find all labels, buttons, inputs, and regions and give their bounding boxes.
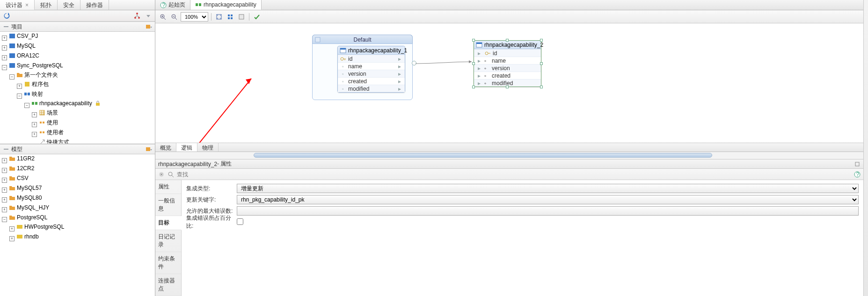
expand-icon[interactable]: + [17, 84, 22, 89]
collapse-icon[interactable]: − [2, 65, 7, 70]
new-project-dropdown-icon[interactable] [146, 23, 152, 30]
resize-handle[interactable] [540, 39, 543, 42]
layout-icon[interactable] [226, 12, 235, 22]
tab-rhnpackagecapability[interactable]: rhnpackagecapability [190, 0, 262, 10]
tree-item-hwpostgresql[interactable]: HWPostgreSQL [15, 223, 65, 231]
tree-item-mysql80[interactable]: MySQL80 [8, 194, 43, 202]
expand-icon[interactable]: + [32, 122, 37, 127]
scrollbar-thumb[interactable] [254, 153, 712, 158]
grid-icon[interactable] [237, 12, 246, 22]
expand-icon[interactable]: + [2, 168, 7, 173]
error-percent-checkbox[interactable] [237, 218, 243, 225]
tree-item-mysql57[interactable]: MySQL57 [8, 184, 43, 192]
fit-icon[interactable] [214, 12, 224, 22]
expand-icon[interactable]: + [2, 45, 7, 51]
tab-security[interactable]: 安全 [58, 0, 80, 10]
tree-item-ora12c[interactable]: ORA12C [8, 52, 40, 59]
expand-icon[interactable]: + [32, 112, 37, 117]
expand-icon[interactable]: + [2, 55, 7, 60]
resize-handle[interactable] [540, 86, 543, 88]
out-port-icon[interactable]: ▸ [396, 78, 403, 85]
entity-row[interactable]: ◦modified▸ [338, 85, 405, 92]
in-port-icon[interactable]: ▸ [476, 50, 482, 57]
side-tab-general[interactable]: 一般信息 [155, 194, 181, 216]
expand-icon[interactable]: + [9, 236, 15, 241]
side-tab-journal[interactable]: 日记记录 [155, 230, 181, 252]
model-tree[interactable]: +11GR2 +12CR2 +CSV +MySQL57 +MySQL80 +My… [0, 154, 155, 243]
entity-row[interactable]: ▸◦created [474, 72, 541, 79]
out-port-icon[interactable]: ▸ [396, 56, 403, 62]
entity-row[interactable]: ◦created▸ [338, 77, 405, 85]
tree-item-rhnpackagecapability[interactable]: rhnpackagecapability [30, 100, 102, 107]
entity-row[interactable]: ▸◦name [474, 57, 541, 64]
minus-icon[interactable] [3, 23, 9, 30]
mapping-canvas[interactable]: Default rhnpackagecapability_1 id▸ ◦name… [155, 23, 863, 143]
minus-icon[interactable] [3, 146, 9, 152]
entity-row[interactable]: id▸ [338, 55, 405, 62]
tree-item-scenarios[interactable]: 场景 [38, 109, 59, 116]
expand-icon[interactable]: + [2, 197, 7, 202]
tab-start-page[interactable]: ?起始页 [155, 0, 190, 10]
tree-item-used-by[interactable]: 使用者 [38, 129, 65, 136]
entity-row[interactable]: ▸id [474, 49, 541, 57]
tab-physical[interactable]: 物理 [197, 143, 219, 152]
in-port-icon[interactable]: ▸ [476, 58, 482, 64]
resize-handle[interactable] [472, 86, 475, 88]
max-errors-input[interactable] [237, 206, 859, 216]
entity-row[interactable]: ◦name▸ [338, 62, 405, 70]
new-model-dropdown-icon[interactable] [146, 146, 152, 152]
tree-item-rhndb[interactable]: rhndb [15, 233, 40, 240]
resize-handle[interactable] [472, 62, 475, 65]
validate-icon[interactable] [252, 12, 262, 22]
properties-search-input[interactable] [177, 171, 851, 178]
tab-topology[interactable]: 拓扑 [35, 0, 58, 10]
expand-icon[interactable]: + [2, 188, 7, 193]
zoom-out-icon[interactable] [169, 12, 179, 22]
close-icon[interactable]: × [25, 2, 29, 8]
zoom-in-icon[interactable] [158, 12, 168, 22]
expand-icon[interactable]: + [2, 36, 7, 41]
tree-item-11gr2[interactable]: 11GR2 [8, 155, 36, 162]
tree-item-mysql-hjy[interactable]: MySQL_HJY [8, 204, 50, 211]
entity-row[interactable]: ▸◦version [474, 64, 541, 72]
group-out-port[interactable] [412, 61, 416, 65]
expand-icon[interactable]: + [2, 207, 7, 212]
expand-icon[interactable]: + [2, 178, 7, 183]
tree-item-first-folder[interactable]: 第一个文件夹 [15, 71, 59, 79]
entity-row[interactable]: ◦version▸ [338, 70, 405, 77]
resize-handle[interactable] [506, 39, 509, 42]
out-port-icon[interactable]: ▸ [396, 86, 403, 92]
collapse-icon[interactable]: − [17, 94, 22, 99]
toolbar-dropdown-icon[interactable] [144, 11, 153, 21]
collapse-icon[interactable]: − [9, 74, 15, 79]
integration-type-select[interactable]: 增量更新 [237, 184, 859, 193]
tree-item-packages[interactable]: 程序包 [23, 80, 50, 88]
tree-item-mappings[interactable]: 映射 [23, 90, 44, 98]
expand-icon[interactable]: + [9, 226, 15, 231]
tree-item-12cr2[interactable]: 12CR2 [8, 165, 35, 172]
tab-operator[interactable]: 操作器 [80, 0, 109, 10]
resize-handle[interactable] [540, 62, 543, 65]
collapse-icon[interactable]: − [2, 217, 7, 222]
in-port-icon[interactable]: ▸ [476, 80, 482, 87]
tree-item-sync-postgresql[interactable]: Sync_PostgreSQL [8, 62, 64, 69]
zoom-select[interactable]: 100% [181, 12, 208, 22]
out-port-icon[interactable]: ▸ [396, 71, 403, 77]
in-port-icon[interactable]: ▸ [476, 72, 482, 79]
out-port-icon[interactable]: ▸ [396, 63, 403, 70]
side-tab-attributes[interactable]: 属性 [155, 180, 181, 194]
tree-item-shortcuts[interactable]: 快捷方式 [38, 138, 70, 144]
tree-item-csv-pj[interactable]: CSV_PJ [8, 32, 39, 40]
resize-handle[interactable] [472, 39, 475, 42]
tree-item-mysql[interactable]: MySQL [8, 42, 36, 50]
resize-handle[interactable] [506, 86, 509, 88]
tree-item-postgresql[interactable]: PostgreSQL [8, 214, 48, 221]
side-tab-constraints[interactable]: 约束条件 [155, 252, 181, 274]
entity-rhnpackagecapability-2[interactable]: rhnpackagecapability_2 ▸id ▸◦name ▸◦vers… [474, 40, 541, 87]
restore-icon[interactable] [854, 161, 861, 167]
clear-icon[interactable] [158, 171, 165, 178]
update-key-select[interactable]: rhn_pkg_capability_id_pk [237, 195, 859, 204]
collapse-icon[interactable]: − [24, 103, 29, 108]
side-tab-target[interactable]: 目标 [155, 216, 182, 230]
help-icon[interactable]: ? [854, 171, 861, 178]
